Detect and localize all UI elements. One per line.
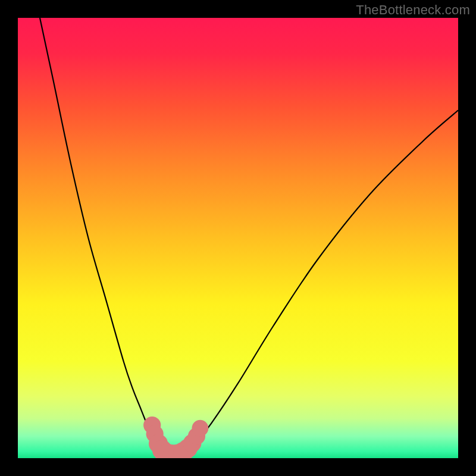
- svg-rect-0: [18, 18, 458, 458]
- background-gradient: [18, 18, 458, 458]
- watermark-text: TheBottleneck.com: [356, 2, 470, 18]
- chart-frame: TheBottleneck.com: [0, 0, 476, 476]
- plot-area: [18, 18, 458, 458]
